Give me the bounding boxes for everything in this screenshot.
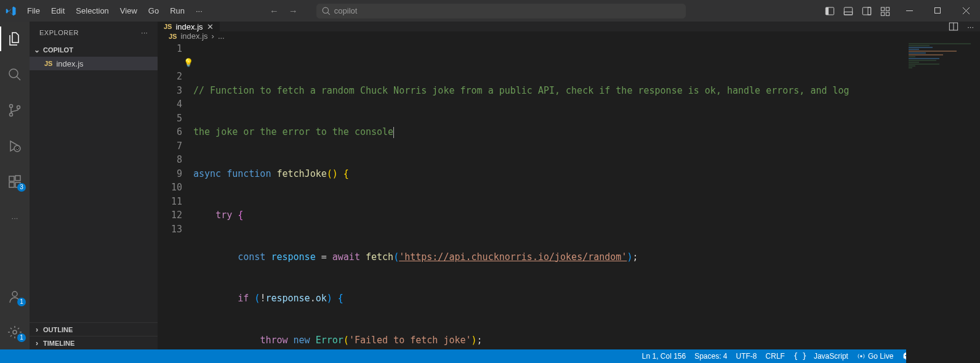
toggle-primary-sidebar-icon[interactable] bbox=[825, 6, 835, 16]
svg-rect-16 bbox=[9, 176, 14, 181]
app-menu: File Edit Selection View Go Run ··· bbox=[22, 0, 208, 22]
svg-point-12 bbox=[10, 105, 13, 108]
maximize-button[interactable] bbox=[923, 0, 952, 22]
activity-bar: 3 ··· 1 1 bbox=[0, 22, 30, 349]
breadcrumb-sep: › bbox=[212, 31, 214, 41]
timeline-section[interactable]: › TIMELINE bbox=[30, 336, 158, 349]
js-file-icon: JS bbox=[44, 60, 52, 67]
js-file-icon: JS bbox=[164, 23, 172, 30]
svg-rect-8 bbox=[881, 12, 884, 15]
sidebar-title: EXPLORER bbox=[39, 29, 79, 36]
tab-bar: JS index.js ✕ ··· bbox=[158, 22, 980, 31]
editor-more-icon[interactable]: ··· bbox=[967, 22, 974, 31]
nav-back-icon[interactable]: ← bbox=[270, 6, 279, 16]
svg-rect-7 bbox=[886, 7, 889, 10]
customize-layout-icon[interactable] bbox=[880, 6, 890, 16]
outline-section[interactable]: › OUTLINE bbox=[30, 322, 158, 336]
svg-rect-1 bbox=[825, 7, 829, 15]
svg-rect-19 bbox=[15, 176, 20, 181]
activity-source-control[interactable] bbox=[0, 98, 30, 123]
toggle-secondary-sidebar-icon[interactable] bbox=[862, 6, 872, 16]
search-text: copilot bbox=[334, 6, 358, 15]
extensions-badge: 3 bbox=[17, 183, 26, 192]
svg-rect-10 bbox=[934, 8, 940, 14]
nav-buttons: ← → bbox=[270, 6, 298, 16]
lightbulb-icon[interactable]: 💡 bbox=[183, 56, 193, 70]
sidebar-header: EXPLORER ··· bbox=[30, 22, 158, 43]
menu-run[interactable]: Run bbox=[164, 0, 190, 22]
activity-accounts[interactable]: 1 bbox=[0, 284, 30, 309]
svg-point-20 bbox=[12, 292, 17, 296]
tab-close-icon[interactable]: ✕ bbox=[207, 22, 214, 31]
svg-rect-2 bbox=[844, 7, 852, 15]
svg-rect-6 bbox=[881, 7, 884, 10]
search-icon bbox=[322, 7, 331, 15]
outline-label: OUTLINE bbox=[43, 326, 73, 333]
minimize-button[interactable] bbox=[895, 0, 923, 22]
folder-root-label: COPILOT bbox=[43, 46, 73, 54]
breadcrumb-file: index.js bbox=[180, 31, 207, 41]
files-icon bbox=[7, 31, 22, 46]
debug-icon bbox=[7, 139, 22, 153]
activity-overflow[interactable]: ··· bbox=[0, 205, 30, 230]
activity-run-debug[interactable] bbox=[0, 134, 30, 158]
search-icon bbox=[7, 67, 22, 82]
js-file-icon: JS bbox=[169, 33, 177, 40]
chevron-down-icon: ⌄ bbox=[33, 46, 41, 54]
svg-rect-9 bbox=[886, 12, 889, 15]
timeline-label: TIMELINE bbox=[43, 340, 74, 347]
command-center-search[interactable]: copilot bbox=[316, 4, 686, 18]
breadcrumb-rest: ... bbox=[218, 31, 225, 41]
split-editor-icon[interactable] bbox=[949, 22, 958, 31]
line-gutter: 1 2 3 4 5 6 7 8 9 10 11 12 13 bbox=[158, 41, 193, 363]
activity-settings[interactable]: 1 bbox=[0, 320, 30, 345]
menu-go[interactable]: Go bbox=[143, 0, 164, 22]
settings-badge: 1 bbox=[17, 333, 26, 342]
folder-root[interactable]: ⌄ COPILOT bbox=[30, 43, 158, 57]
menu-edit[interactable]: Edit bbox=[46, 0, 70, 22]
svg-rect-17 bbox=[9, 182, 14, 187]
sidebar-more-icon[interactable]: ··· bbox=[141, 29, 148, 36]
editor-group: JS index.js ✕ ··· JS index.js › ... 1 2 … bbox=[158, 22, 980, 349]
menu-view[interactable]: View bbox=[114, 0, 143, 22]
svg-point-11 bbox=[9, 69, 18, 78]
code-content[interactable]: 💡 // Function to fetch a random Chuck No… bbox=[193, 41, 906, 363]
activity-search[interactable] bbox=[0, 62, 30, 87]
title-bar: File Edit Selection View Go Run ··· ← → … bbox=[0, 0, 980, 22]
git-branch-icon bbox=[7, 103, 22, 118]
layout-controls bbox=[825, 6, 890, 16]
window-controls bbox=[895, 0, 980, 22]
svg-rect-4 bbox=[862, 7, 870, 15]
svg-point-14 bbox=[17, 106, 20, 109]
activity-extensions[interactable]: 3 bbox=[0, 169, 30, 194]
nav-forward-icon[interactable]: → bbox=[289, 6, 298, 16]
tab-indexjs[interactable]: JS index.js ✕ bbox=[158, 22, 220, 31]
minimap[interactable] bbox=[906, 41, 980, 363]
svg-rect-3 bbox=[844, 12, 852, 15]
vscode-logo-icon bbox=[0, 6, 22, 17]
svg-point-21 bbox=[13, 330, 17, 334]
chevron-right-icon: › bbox=[33, 339, 41, 348]
toggle-panel-icon[interactable] bbox=[843, 6, 853, 16]
breadcrumb[interactable]: JS index.js › ... bbox=[158, 31, 980, 41]
menu-overflow[interactable]: ··· bbox=[190, 0, 208, 22]
close-button[interactable] bbox=[952, 0, 980, 22]
chevron-right-icon: › bbox=[33, 325, 41, 334]
file-tree-item[interactable]: JS index.js bbox=[30, 57, 158, 70]
menu-file[interactable]: File bbox=[22, 0, 46, 22]
file-name: index.js bbox=[56, 59, 83, 68]
svg-point-13 bbox=[10, 113, 13, 116]
svg-rect-5 bbox=[868, 7, 871, 15]
activity-explorer[interactable] bbox=[0, 27, 30, 51]
menu-selection[interactable]: Selection bbox=[70, 0, 114, 22]
editor-actions: ··· bbox=[949, 22, 980, 31]
side-bar: EXPLORER ··· ⌄ COPILOT JS index.js › OUT… bbox=[30, 22, 158, 349]
code-editor[interactable]: 1 2 3 4 5 6 7 8 9 10 11 12 13 💡 // Funct… bbox=[158, 41, 980, 363]
accounts-badge: 1 bbox=[17, 298, 26, 306]
tab-label: index.js bbox=[175, 22, 203, 31]
